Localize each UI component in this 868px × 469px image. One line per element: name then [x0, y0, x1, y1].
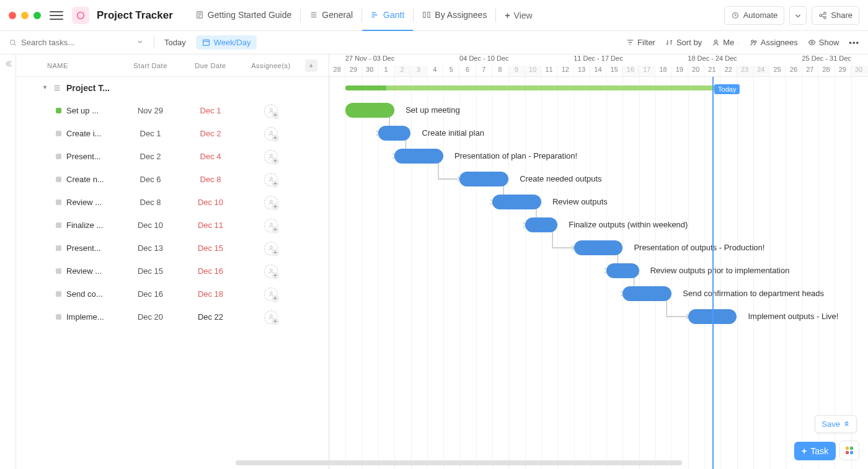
task-row[interactable]: Review ...Dec 15Dec 16: [16, 260, 329, 283]
gantt-bar[interactable]: [378, 126, 411, 141]
assignee-cell[interactable]: [241, 287, 301, 301]
col-assignee[interactable]: Assignee(s): [241, 62, 301, 69]
maximize-window[interactable]: [33, 12, 41, 19]
add-assignee-icon[interactable]: [264, 242, 278, 255]
day-label[interactable]: 17: [639, 66, 655, 77]
day-label[interactable]: 30: [362, 66, 378, 77]
add-column[interactable]: +: [305, 59, 317, 72]
show-button[interactable]: Show: [808, 38, 839, 47]
filter-button[interactable]: Filter: [626, 38, 655, 47]
search-options[interactable]: [133, 38, 148, 47]
task-row[interactable]: Send co...Dec 16Dec 18: [16, 283, 329, 305]
start-date-cell[interactable]: Dec 16: [120, 289, 180, 299]
gantt-pane[interactable]: 27 Nov - 03 Dec04 Dec - 10 Dec11 Dec - 1…: [329, 55, 868, 469]
task-name-cell[interactable]: Present...: [16, 243, 120, 253]
sort-button[interactable]: Sort by: [665, 38, 702, 47]
start-date-cell[interactable]: Dec 1: [120, 129, 180, 138]
day-label[interactable]: 1: [378, 66, 394, 77]
due-date-cell[interactable]: Dec 16: [180, 266, 241, 276]
day-label[interactable]: 22: [720, 66, 737, 77]
search-input-wrap[interactable]: [9, 38, 126, 47]
day-label[interactable]: 28: [818, 66, 835, 77]
task-name-cell[interactable]: Create i...: [16, 129, 120, 138]
add-assignee-icon[interactable]: [264, 219, 278, 232]
new-task-button[interactable]: + Task: [794, 442, 836, 460]
add-assignee-icon[interactable]: [264, 265, 278, 278]
due-date-cell[interactable]: Dec 22: [180, 312, 241, 322]
automate-button[interactable]: Automate: [724, 6, 785, 25]
task-name-cell[interactable]: Create n...: [16, 175, 120, 184]
save-button[interactable]: Save: [815, 415, 857, 433]
summary-bar[interactable]: [345, 85, 737, 90]
col-name[interactable]: NAME: [16, 62, 120, 69]
day-label[interactable]: 27: [802, 66, 818, 77]
start-date-cell[interactable]: Dec 15: [120, 266, 180, 276]
day-label[interactable]: 2: [394, 66, 410, 77]
start-date-cell[interactable]: Dec 10: [120, 221, 180, 230]
group-row[interactable]: ▼ Project T...: [16, 77, 329, 99]
day-label[interactable]: 11: [541, 66, 557, 77]
day-label[interactable]: 18: [655, 66, 671, 77]
day-label[interactable]: 20: [688, 66, 704, 77]
assignee-cell[interactable]: [241, 173, 301, 186]
day-label[interactable]: 15: [606, 66, 622, 77]
day-label[interactable]: 9: [508, 66, 525, 77]
tab-by-assignees[interactable]: By Assignees: [414, 0, 495, 31]
search-input[interactable]: [21, 38, 108, 47]
due-date-cell[interactable]: Dec 15: [180, 243, 241, 253]
add-view[interactable]: + View: [496, 11, 541, 20]
day-label[interactable]: 8: [492, 66, 508, 77]
task-name-cell[interactable]: Review ...: [16, 198, 120, 207]
task-row[interactable]: Finalize ...Dec 10Dec 11: [16, 214, 329, 237]
task-name-cell[interactable]: Review ...: [16, 266, 120, 276]
day-label[interactable]: 6: [459, 66, 476, 77]
day-label[interactable]: 29: [835, 66, 851, 77]
add-assignee-icon[interactable]: [264, 310, 278, 324]
due-date-cell[interactable]: Dec 18: [180, 289, 241, 299]
task-name-cell[interactable]: Finalize ...: [16, 221, 120, 230]
today-button[interactable]: Today: [161, 38, 190, 47]
minimize-window[interactable]: [21, 12, 29, 19]
horizontal-scrollbar[interactable]: [236, 460, 682, 465]
gantt-bar[interactable]: [574, 240, 623, 255]
share-button[interactable]: Share: [812, 6, 859, 25]
more-options[interactable]: •••: [849, 38, 859, 47]
assignee-cell[interactable]: [241, 104, 301, 118]
assignee-cell[interactable]: [241, 150, 301, 164]
day-label[interactable]: 5: [443, 66, 459, 77]
col-start[interactable]: Start Date: [120, 62, 180, 69]
day-label[interactable]: 30: [851, 66, 867, 77]
day-label[interactable]: 13: [574, 66, 590, 77]
collapse-sidebar[interactable]: [0, 55, 16, 469]
day-label[interactable]: 29: [345, 66, 361, 77]
task-name-cell[interactable]: Send co...: [16, 289, 120, 299]
due-date-cell[interactable]: Dec 2: [180, 129, 241, 138]
timeline-body[interactable]: TodaySet up meetingCreate initial planPr…: [329, 77, 868, 469]
day-label[interactable]: 16: [622, 66, 639, 77]
me-button[interactable]: Me ·: [712, 38, 740, 47]
add-assignee-icon[interactable]: [264, 196, 278, 209]
due-date-cell[interactable]: Dec 10: [180, 198, 241, 207]
close-window[interactable]: [9, 12, 16, 19]
gantt-bar[interactable]: [394, 149, 443, 164]
due-date-cell[interactable]: Dec 11: [180, 221, 241, 230]
automate-dropdown[interactable]: [789, 6, 807, 25]
start-date-cell[interactable]: Dec 2: [120, 152, 180, 161]
tab-general[interactable]: General: [301, 0, 361, 31]
task-row[interactable]: Present...Dec 2Dec 4: [16, 145, 329, 168]
assignees-button[interactable]: Assignees: [750, 38, 798, 47]
gantt-bar[interactable]: [622, 286, 671, 301]
task-row[interactable]: Review ...Dec 8Dec 10: [16, 191, 329, 214]
start-date-cell[interactable]: Dec 6: [120, 175, 180, 184]
assignee-cell[interactable]: [241, 196, 301, 209]
task-name-cell[interactable]: Present...: [16, 152, 120, 161]
day-label[interactable]: 24: [753, 66, 769, 77]
due-date-cell[interactable]: Dec 8: [180, 175, 241, 184]
menu-icon[interactable]: [50, 9, 63, 22]
assignee-cell[interactable]: [241, 310, 301, 324]
add-assignee-icon[interactable]: [264, 127, 278, 141]
add-assignee-icon[interactable]: [264, 150, 278, 164]
gantt-bar[interactable]: [492, 195, 541, 209]
due-date-cell[interactable]: Dec 4: [180, 152, 241, 161]
day-label[interactable]: 7: [476, 66, 492, 77]
